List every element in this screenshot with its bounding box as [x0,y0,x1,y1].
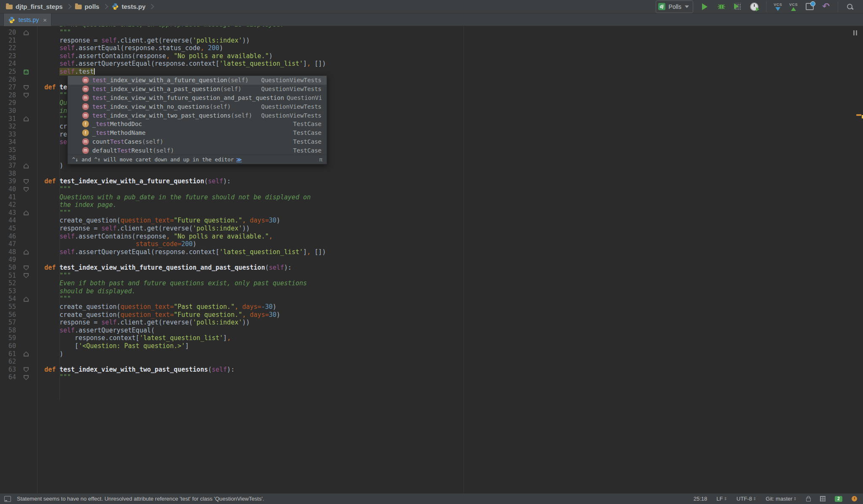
completion-item[interactable]: f_testMethodNameTestCase [68,129,327,137]
code-line[interactable]: 22 self.assertEqual(response.status_code… [0,44,863,52]
line-number: 43 [0,209,16,217]
code-line[interactable]: 59 response.context['latest_question_lis… [0,334,863,342]
local-history-button[interactable] [805,2,814,11]
code-line[interactable]: 45 response = self.client.get(reverse('p… [0,225,863,233]
breadcrumb-folder[interactable]: polls [75,3,99,10]
code-line[interactable]: 42 the index page. [0,201,863,209]
breadcrumb-file[interactable]: tests.py [112,3,146,10]
vcs-update-button[interactable]: VCS [774,3,782,11]
breadcrumb-folder-label: polls [85,3,99,10]
close-icon[interactable]: × [43,17,47,23]
search-everywhere-button[interactable] [845,2,855,11]
inspection-indicator-icon[interactable] [853,30,857,35]
completion-list: mtest_index_view_with_a_future_question(… [68,76,327,155]
code-line[interactable]: 41 Questions with a pub_date in the futu… [0,193,863,201]
completion-item[interactable]: mtest_index_view_with_no_questions(self)… [68,102,327,111]
line-ending-selector[interactable]: LF ⇕ [716,496,727,502]
code-line[interactable]: 51 """ [0,272,863,280]
code-line[interactable]: 52 Even if both past and future question… [0,279,863,287]
error-stripe-warning-mark[interactable] [856,114,861,116]
profiler-button[interactable] [750,2,759,11]
completion-item-class: TestCase [291,138,322,145]
code-line[interactable]: 64 """ [0,373,863,381]
code-line[interactable]: 20 """ [0,29,863,37]
code-line[interactable]: 53 should be displayed. [0,287,863,295]
completion-more-link[interactable]: ≫ [236,156,242,163]
vcs-commit-button[interactable]: VCS [789,3,798,11]
completion-item[interactable]: mtest_index_view_with_future_question_an… [68,94,327,102]
run-button[interactable] [700,2,710,11]
fold-marker-icon[interactable] [24,210,29,215]
vcs-update-icon [775,7,780,11]
completion-item[interactable]: f_testMethodDocTestCase [68,120,327,129]
code-line[interactable]: 50 def test_index_view_with_future_quest… [0,264,863,272]
fold-marker-icon[interactable] [24,164,29,169]
completion-item-class: QuestionViewTests [259,86,322,92]
completion-item[interactable]: mtest_index_view_with_a_future_question(… [68,76,327,85]
code-line[interactable]: 57 response = self.client.get(reverse('p… [0,319,863,327]
fold-marker-icon[interactable] [24,351,29,357]
fold-marker-icon[interactable] [24,265,29,271]
rollback-button[interactable]: ↶ [821,2,831,11]
code-line[interactable]: 21 response = self.client.get(reverse('p… [0,37,863,45]
line-number: 31 [0,115,16,123]
terminal-toggle-icon[interactable] [4,496,11,502]
fold-marker-icon[interactable] [24,116,29,121]
code-line[interactable]: 43 """ [0,209,863,217]
line-number: 64 [0,373,16,381]
fold-marker-icon[interactable] [24,375,29,380]
code-line[interactable]: 54 """ [0,295,863,303]
code-line[interactable]: 60 ['<Question: Past question.>'] [0,342,863,350]
encoding-selector[interactable]: UTF-8 ⇕ [737,496,756,502]
breadcrumb-project[interactable]: djtp_first_steps [6,3,63,10]
completion-item-name: test_index_view_with_a_future_question [92,77,227,83]
code-line[interactable]: 25 self.test [0,68,863,76]
git-branch-selector[interactable]: Git: master ⇕ [766,496,797,502]
fold-marker-icon[interactable] [24,249,29,255]
code-line[interactable]: 55 create_question(question_text="Past q… [0,303,863,311]
fold-marker-icon[interactable] [24,30,29,35]
code-line[interactable]: 23 self.assertContains(response, "No pol… [0,52,863,60]
breadcrumb: djtp_first_steps polls tests.py [0,3,155,10]
caret-position[interactable]: 25:18 [694,496,708,502]
fold-marker-icon[interactable] [24,187,29,192]
code-line[interactable]: 63 def test_index_view_with_two_past_que… [0,366,863,374]
tab-tests-py[interactable]: tests.py × [3,13,51,26]
completion-item[interactable]: mdefaultTestResult(self)TestCase [68,146,327,155]
run-configuration-selector[interactable]: dj Polls [656,0,693,13]
completion-item[interactable]: mtest_index_view_with_two_past_questions… [68,111,327,120]
highlighting-level-icon[interactable] [820,496,825,501]
run-with-coverage-button[interactable] [733,2,742,11]
code-line[interactable]: 56 create_question(question_text="Future… [0,311,863,319]
code-editor[interactable]: If no questions exist, an appropriate me… [0,26,863,493]
notifications-count-badge[interactable]: 2 [835,496,842,502]
fold-marker-icon[interactable] [24,367,29,372]
code-line[interactable]: 39 def test_index_view_with_a_future_que… [0,177,863,185]
debug-button[interactable] [717,2,726,11]
completion-item-signature: (self) [209,103,231,110]
fold-marker-icon[interactable] [24,273,29,278]
code-line[interactable]: 61 ) [0,350,863,358]
code-line[interactable]: 24 self.assertQuerysetEqual(response.con… [0,60,863,68]
lock-icon[interactable] [806,498,811,501]
chevron-right-icon [66,4,72,9]
main-toolbar: dj Polls VCS [656,0,863,13]
code-line[interactable]: 44 create_question(question_text="Future… [0,217,863,225]
code-line[interactable]: 48 self.assertQuerysetEqual(response.con… [0,248,863,256]
fold-marker-icon[interactable] [24,70,29,75]
code-line[interactable]: 58 self.assertQuerysetEqual( [0,327,863,335]
code-line[interactable]: 62 [0,358,863,366]
completion-item[interactable]: mcountTestCases(self)TestCase [68,137,327,146]
code-line[interactable]: 49 [0,256,863,264]
event-log-icon[interactable] [852,496,857,501]
code-line[interactable]: 47 status_code=200) [0,240,863,248]
code-line[interactable]: 38 [0,170,863,178]
completion-item-class: TestCase [291,147,322,154]
code-line[interactable]: 46 self.assertContains(response, "No pol… [0,233,863,241]
fold-marker-icon[interactable] [24,85,29,90]
fold-marker-icon[interactable] [24,297,29,302]
code-line[interactable]: 40 """ [0,185,863,193]
completion-item[interactable]: mtest_index_view_with_a_past_question(se… [68,85,327,94]
fold-marker-icon[interactable] [24,93,29,98]
fold-marker-icon[interactable] [24,179,29,184]
